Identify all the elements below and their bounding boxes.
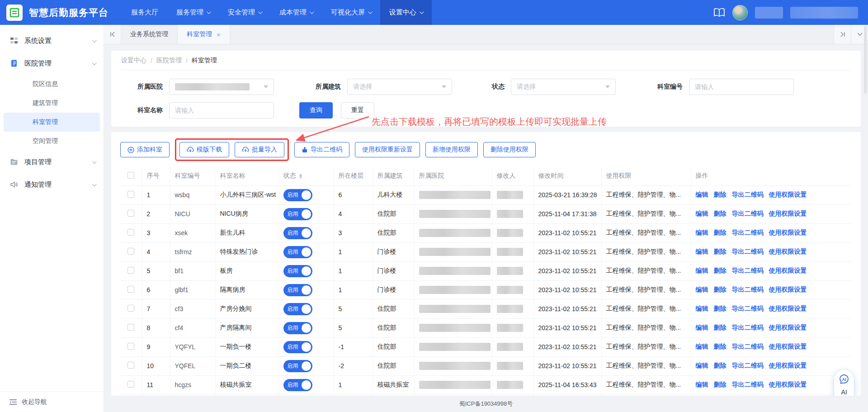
status-toggle[interactable]: 启用 — [283, 360, 312, 372]
sidebar-group-3[interactable]: 项目管理 — [0, 151, 104, 173]
action-link-2[interactable]: 删除 — [714, 191, 726, 198]
sort-icon[interactable] — [299, 174, 302, 179]
sort-asc-icon[interactable] — [299, 174, 302, 176]
reset-button[interactable]: 重置 — [341, 102, 374, 118]
action-link-4[interactable]: 使用权限设置 — [769, 324, 807, 331]
action-link-2[interactable]: 删除 — [714, 381, 726, 388]
nav-item-3[interactable]: 安全管理 — [219, 0, 270, 25]
action-link-1[interactable]: 编辑 — [696, 248, 708, 255]
status-toggle[interactable]: 启用 — [283, 208, 312, 220]
status-toggle[interactable]: 启用 — [283, 265, 312, 277]
code-input[interactable] — [689, 79, 794, 95]
manual-book-icon[interactable] — [713, 8, 725, 18]
sidebar-item-2-4[interactable]: 空间管理 — [4, 132, 100, 151]
ai-assistant-button[interactable]: AI AI助手 — [834, 369, 854, 396]
action-link-2[interactable]: 删除 — [714, 286, 726, 293]
vertical-scrollbar[interactable] — [864, 26, 867, 94]
search-button[interactable]: 查询 — [299, 102, 333, 118]
row-checkbox[interactable] — [127, 229, 134, 236]
nav-item-5[interactable]: 可视化大屏 — [322, 0, 380, 25]
action-link-1[interactable]: 编辑 — [696, 267, 708, 274]
toolbar-button-6[interactable]: 新增使用权限 — [425, 142, 478, 157]
status-toggle[interactable]: 启用 — [283, 246, 312, 258]
action-link-4[interactable]: 使用权限设置 — [769, 210, 807, 217]
toolbar-button-2[interactable]: 模版下载 — [179, 142, 229, 157]
row-checkbox[interactable] — [127, 210, 134, 217]
status-toggle[interactable]: 启用 — [283, 227, 312, 239]
row-checkbox[interactable] — [127, 305, 134, 312]
action-link-3[interactable]: 导出二维码 — [732, 191, 764, 198]
action-link-4[interactable]: 使用权限设置 — [769, 248, 807, 255]
toolbar-button-1[interactable]: 添加科室 — [120, 142, 170, 157]
status-select[interactable]: 请选择 — [511, 79, 616, 95]
tab-close-icon[interactable]: × — [217, 31, 221, 38]
toolbar-button-7[interactable]: 删除使用权限 — [483, 142, 536, 157]
collapse-nav-button[interactable]: 收起导航 — [0, 391, 104, 412]
tab-2[interactable]: 科室管理× — [178, 25, 230, 44]
row-checkbox[interactable] — [127, 248, 134, 255]
nav-item-6[interactable]: 设置中心 — [380, 0, 432, 25]
action-link-3[interactable]: 导出二维码 — [732, 229, 764, 236]
sidebar-item-2-2[interactable]: 建筑管理 — [4, 94, 100, 113]
row-checkbox[interactable] — [127, 343, 134, 350]
action-link-4[interactable]: 使用权限设置 — [769, 343, 807, 350]
row-checkbox[interactable] — [127, 286, 134, 293]
status-toggle[interactable]: 启用 — [283, 284, 312, 296]
action-link-1[interactable]: 编辑 — [696, 191, 708, 198]
tab-1[interactable]: 业务系统管理 — [121, 25, 178, 44]
status-toggle[interactable]: 启用 — [283, 189, 312, 201]
action-link-2[interactable]: 删除 — [714, 248, 726, 255]
row-checkbox[interactable] — [127, 267, 134, 274]
action-link-3[interactable]: 导出二维码 — [732, 362, 764, 369]
tabs-scroll-right-icon[interactable] — [834, 25, 851, 44]
action-link-2[interactable]: 删除 — [714, 229, 726, 236]
action-link-1[interactable]: 编辑 — [696, 305, 708, 312]
action-link-1[interactable]: 编辑 — [696, 381, 708, 388]
action-link-4[interactable]: 使用权限设置 — [769, 229, 807, 236]
action-link-2[interactable]: 删除 — [714, 210, 726, 217]
toolbar-button-4[interactable]: 导出二维码 — [294, 142, 349, 157]
nav-item-2[interactable]: 服务管理 — [167, 0, 219, 25]
nav-item-1[interactable]: 服务大厅 — [122, 0, 167, 25]
nav-item-4[interactable]: 成本管理 — [270, 0, 322, 25]
action-link-4[interactable]: 使用权限设置 — [769, 381, 807, 388]
breadcrumb-item[interactable]: 医院管理 — [156, 57, 182, 65]
select-all-checkbox[interactable] — [127, 172, 134, 179]
action-link-2[interactable]: 删除 — [714, 362, 726, 369]
action-link-3[interactable]: 导出二维码 — [732, 267, 764, 274]
building-select[interactable]: 请选择 — [347, 79, 452, 95]
action-link-4[interactable]: 使用权限设置 — [769, 305, 807, 312]
row-checkbox[interactable] — [127, 324, 134, 331]
action-link-4[interactable]: 使用权限设置 — [769, 286, 807, 293]
status-toggle[interactable]: 启用 — [283, 303, 312, 315]
action-link-1[interactable]: 编辑 — [696, 324, 708, 331]
toolbar-button-5[interactable]: 使用权限重新设置 — [355, 142, 420, 157]
sort-desc-icon[interactable] — [299, 176, 302, 179]
action-link-3[interactable]: 导出二维码 — [732, 343, 764, 350]
row-checkbox[interactable] — [127, 381, 134, 388]
action-link-2[interactable]: 删除 — [714, 343, 726, 350]
action-link-1[interactable]: 编辑 — [696, 343, 708, 350]
action-link-4[interactable]: 使用权限设置 — [769, 362, 807, 369]
name-input[interactable] — [169, 102, 274, 118]
action-link-1[interactable]: 编辑 — [696, 210, 708, 217]
action-link-1[interactable]: 编辑 — [696, 362, 708, 369]
action-link-3[interactable]: 导出二维码 — [732, 381, 764, 388]
action-link-3[interactable]: 导出二维码 — [732, 210, 764, 217]
hospital-select[interactable] — [169, 79, 274, 95]
action-link-4[interactable]: 使用权限设置 — [769, 267, 807, 274]
action-link-3[interactable]: 导出二维码 — [732, 324, 764, 331]
column-header-4[interactable]: 状态 — [278, 166, 334, 185]
sidebar-item-2-1[interactable]: 院区信息 — [4, 75, 100, 94]
action-link-3[interactable]: 导出二维码 — [732, 248, 764, 255]
sidebar-group-2[interactable]: 医院管理 — [0, 52, 104, 75]
sidebar-group-4[interactable]: 通知管理 — [0, 173, 104, 196]
user-avatar[interactable] — [732, 5, 748, 20]
breadcrumb-item[interactable]: 设置中心 — [121, 57, 146, 65]
row-checkbox[interactable] — [127, 191, 134, 198]
action-link-1[interactable]: 编辑 — [696, 229, 708, 236]
action-link-1[interactable]: 编辑 — [696, 286, 708, 293]
status-toggle[interactable]: 启用 — [283, 341, 312, 353]
toolbar-button-3[interactable]: 批量导入 — [235, 142, 284, 157]
action-link-3[interactable]: 导出二维码 — [732, 305, 764, 312]
